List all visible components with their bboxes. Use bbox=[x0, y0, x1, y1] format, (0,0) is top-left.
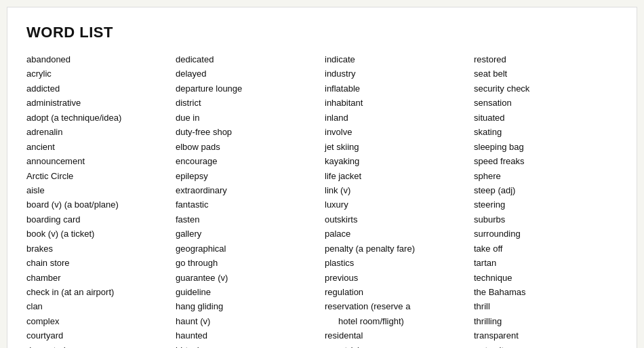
word-item: inflatable bbox=[325, 81, 468, 96]
word-item: chamber bbox=[26, 271, 170, 285]
word-item: regulation bbox=[325, 285, 468, 299]
word-item: industry bbox=[325, 66, 468, 81]
word-item: resort (n) bbox=[325, 343, 468, 348]
word-item: transparent bbox=[474, 328, 618, 343]
word-item: sensation bbox=[474, 96, 618, 110]
word-item: book (v) (a ticket) bbox=[26, 227, 170, 241]
word-item: thrill bbox=[474, 299, 618, 313]
word-item: inhabitant bbox=[325, 96, 468, 110]
word-item: luxury bbox=[325, 197, 468, 212]
word-item: extraordinary bbox=[176, 183, 319, 197]
word-item: boarding card bbox=[26, 212, 170, 227]
word-item: technique bbox=[474, 271, 618, 285]
word-item: situated bbox=[474, 111, 618, 125]
word-item: guideline bbox=[176, 285, 319, 299]
word-columns: abandonedacrylicaddictedadministrativead… bbox=[26, 52, 618, 348]
word-list-page: WORD LIST abandonedacrylicaddictedadmini… bbox=[7, 7, 637, 348]
word-item: kayaking bbox=[325, 154, 468, 168]
word-item: Arctic Circle bbox=[26, 169, 170, 183]
word-item: penalty (a penalty fare) bbox=[325, 241, 468, 256]
word-item: sphere bbox=[474, 169, 618, 183]
word-column-4: restoredseat beltsecurity checksensation… bbox=[474, 52, 618, 348]
word-item: plastics bbox=[325, 256, 468, 270]
word-item: hotel room/flight) bbox=[325, 314, 468, 328]
word-item: skating bbox=[474, 125, 618, 139]
word-item: due in bbox=[176, 111, 319, 125]
word-item: guarantee (v) bbox=[176, 271, 319, 285]
word-item: announcement bbox=[26, 154, 170, 168]
word-item: fantastic bbox=[176, 197, 319, 212]
word-item: administrative bbox=[26, 96, 170, 110]
word-item: epilepsy bbox=[176, 169, 319, 183]
page-title: WORD LIST bbox=[26, 24, 618, 41]
word-column-3: indicateindustryinflatableinhabitantinla… bbox=[325, 52, 468, 348]
word-item: security check bbox=[474, 81, 618, 96]
word-item: brakes bbox=[26, 241, 170, 256]
word-item: encourage bbox=[176, 154, 319, 168]
word-item: check in (at an airport) bbox=[26, 285, 170, 299]
word-item: gallery bbox=[176, 227, 319, 241]
word-item: hi-tech bbox=[176, 343, 319, 348]
word-item: wet suit bbox=[474, 343, 618, 348]
word-item: take off bbox=[474, 241, 618, 256]
word-item: involve bbox=[325, 125, 468, 139]
word-item: decorated bbox=[26, 343, 170, 348]
word-item: clan bbox=[26, 299, 170, 313]
word-item: surrounding bbox=[474, 227, 618, 241]
word-item: fasten bbox=[176, 212, 319, 227]
word-item: ancient bbox=[26, 140, 170, 154]
word-item: abandoned bbox=[26, 52, 170, 66]
word-item: suburbs bbox=[474, 212, 618, 227]
word-item: the Bahamas bbox=[474, 285, 618, 299]
word-item: duty-free shop bbox=[176, 125, 319, 139]
word-item: life jacket bbox=[325, 169, 468, 183]
word-item: restored bbox=[474, 52, 618, 66]
word-item: hang gliding bbox=[176, 299, 319, 313]
word-item: adopt (a technique/idea) bbox=[26, 111, 170, 125]
word-item: sleeping bag bbox=[474, 140, 618, 154]
word-item: seat belt bbox=[474, 66, 618, 81]
word-item: courtyard bbox=[26, 328, 170, 343]
word-item: adrenalin bbox=[26, 125, 170, 139]
word-item: board (v) (a boat/plane) bbox=[26, 197, 170, 212]
word-item: chain store bbox=[26, 256, 170, 270]
word-item: speed freaks bbox=[474, 154, 618, 168]
word-column-2: dedicateddelayeddeparture loungedistrict… bbox=[176, 52, 319, 348]
word-item: addicted bbox=[26, 81, 170, 96]
word-item: complex bbox=[26, 314, 170, 328]
word-item: previous bbox=[325, 271, 468, 285]
word-item: thrilling bbox=[474, 314, 618, 328]
word-item: geographical bbox=[176, 241, 319, 256]
word-column-1: abandonedacrylicaddictedadministrativead… bbox=[26, 52, 170, 348]
word-item: aisle bbox=[26, 183, 170, 197]
word-item: steering bbox=[474, 197, 618, 212]
word-item: tartan bbox=[474, 256, 618, 270]
word-item: palace bbox=[325, 227, 468, 241]
word-item: elbow pads bbox=[176, 140, 319, 154]
word-item: steep (adj) bbox=[474, 183, 618, 197]
word-item: jet skiing bbox=[325, 140, 468, 154]
word-item: reservation (reserve a bbox=[325, 299, 468, 313]
word-item: delayed bbox=[176, 66, 319, 81]
word-item: district bbox=[176, 96, 319, 110]
word-item: acrylic bbox=[26, 66, 170, 81]
word-item: residental bbox=[325, 328, 468, 343]
word-item: haunt (v) bbox=[176, 314, 319, 328]
word-item: dedicated bbox=[176, 52, 319, 66]
word-item: haunted bbox=[176, 328, 319, 343]
word-item: link (v) bbox=[325, 183, 468, 197]
word-item: inland bbox=[325, 111, 468, 125]
word-item: go through bbox=[176, 256, 319, 270]
word-item: indicate bbox=[325, 52, 468, 66]
word-item: departure lounge bbox=[176, 81, 319, 96]
word-item: outskirts bbox=[325, 212, 468, 227]
